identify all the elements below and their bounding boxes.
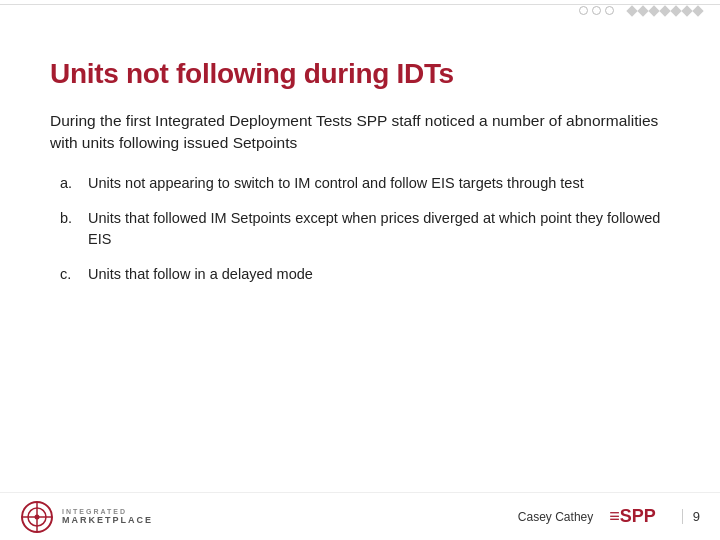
slide-title: Units not following during IDTs (50, 58, 670, 90)
list-label-c: c. (60, 264, 88, 285)
diamond-7 (692, 5, 703, 16)
spp-logo-text: ≡SPP (609, 506, 656, 527)
logo-text: INTEGRATED MARKETPLACE (62, 508, 153, 525)
logo-area: INTEGRATED MARKETPLACE (20, 500, 153, 534)
bottom-bar: INTEGRATED MARKETPLACE Casey Cathey ≡SPP… (0, 492, 720, 540)
list-text-c: Units that follow in a delayed mode (88, 264, 670, 285)
circle-3 (605, 6, 614, 15)
logo-bottom-text: MARKETPLACE (62, 515, 153, 525)
list-item: a. Units not appearing to switch to IM c… (60, 173, 670, 194)
circle-1 (579, 6, 588, 15)
list-label-b: b. (60, 208, 88, 229)
list-item: c. Units that follow in a delayed mode (60, 264, 670, 285)
bottom-right: Casey Cathey ≡SPP 9 (518, 506, 700, 527)
logo-top-text: INTEGRATED (62, 508, 153, 515)
bullet-list: a. Units not appearing to switch to IM c… (60, 173, 670, 285)
integrated-marketplace-logo-icon (20, 500, 54, 534)
diamonds-decoration (628, 7, 702, 15)
slide: Units not following during IDTs During t… (0, 0, 720, 540)
svg-point-4 (35, 514, 40, 519)
circle-2 (592, 6, 601, 15)
spp-logo: ≡SPP (609, 506, 656, 527)
list-text-b: Units that followed IM Setpoints except … (88, 208, 670, 250)
top-decoration (579, 6, 702, 15)
list-item: b. Units that followed IM Setpoints exce… (60, 208, 670, 250)
list-text-a: Units not appearing to switch to IM cont… (88, 173, 670, 194)
list-label-a: a. (60, 173, 88, 194)
presenter-name: Casey Cathey (518, 510, 593, 524)
circles-decoration (579, 6, 614, 15)
intro-paragraph: During the first Integrated Deployment T… (50, 110, 670, 155)
top-thin-line (0, 4, 720, 5)
page-number: 9 (682, 509, 700, 524)
